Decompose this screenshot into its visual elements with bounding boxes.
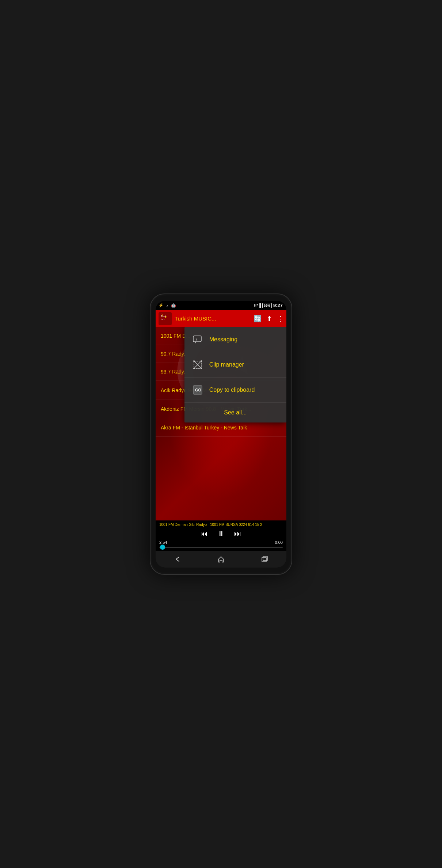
progress-bar[interactable] [159, 547, 283, 548]
pause-button[interactable]: ⏸ [217, 530, 225, 538]
menu-item-clip-manager[interactable]: Clip manager [184, 352, 286, 378]
see-all-label: See all... [224, 409, 247, 416]
menu-item-copy-to-clipboard[interactable]: GO Copy to clipboard [184, 378, 286, 403]
messaging-icon: :) [192, 334, 203, 345]
next-button[interactable]: ⏭ [234, 530, 241, 538]
status-left-icons: ⚡ ♪ 🤖 [159, 303, 176, 308]
svg-point-17 [201, 368, 202, 369]
time-display: 9:27 [273, 303, 283, 308]
svg-text::): :) [194, 337, 197, 341]
svg-rect-20 [262, 557, 266, 562]
svg-text:ish: ish [161, 318, 164, 321]
svg-text:★: ★ [164, 315, 167, 319]
svg-marker-10 [195, 342, 196, 344]
svg-point-14 [193, 360, 195, 362]
usb-icon: ⚡ [159, 303, 164, 308]
svg-point-16 [193, 368, 195, 369]
svg-text:☽: ☽ [160, 313, 163, 317]
refresh-button[interactable]: 🔄 [254, 315, 262, 323]
app-logo-svg: Turk ish ☽ ★ [159, 313, 171, 325]
app-bar: Turk ish ☽ ★ Turkish MUSIC... 🔄 ⬆ ⋮ [156, 310, 286, 327]
nav-bar [156, 551, 286, 568]
back-button[interactable] [168, 553, 187, 566]
app-title: Turkish MUSIC... [175, 315, 251, 322]
battery-icon: 92% [262, 303, 272, 308]
menu-item-messaging[interactable]: :) Messaging [184, 327, 286, 352]
phone-screen: ⚡ ♪ 🤖 H⁺▐ 92% 9:27 Turk ish ☽ ★ [156, 301, 286, 568]
phone-device: ⚡ ♪ 🤖 H⁺▐ 92% 9:27 Turk ish ☽ ★ [150, 293, 292, 575]
now-playing-text: 1001 FM Derman Gibi Radyo - 1001 FM BURS… [156, 520, 286, 527]
copy-to-clipboard-icon: GO [192, 384, 203, 396]
player-time-row: 2:54 0:00 [156, 540, 286, 546]
time-remaining: 0:00 [275, 540, 283, 545]
player-controls: ⏮ ⏸ ⏭ [156, 527, 286, 540]
more-options-button[interactable]: ⋮ [277, 315, 283, 323]
share-button[interactable]: ⬆ [267, 315, 272, 323]
signal-icon: H⁺▐ [254, 303, 261, 307]
app-bar-actions: 🔄 ⬆ ⋮ [254, 315, 283, 323]
status-bar: ⚡ ♪ 🤖 H⁺▐ 92% 9:27 [156, 301, 286, 310]
recents-button[interactable] [255, 553, 274, 566]
svg-point-15 [201, 360, 202, 362]
clip-manager-label: Clip manager [209, 361, 244, 368]
player-bar: 1001 FM Derman Gibi Radyo - 1001 FM BURS… [156, 520, 286, 551]
status-right-info: H⁺▐ 92% 9:27 [254, 303, 283, 308]
messaging-label: Messaging [209, 336, 237, 343]
clip-manager-icon [192, 359, 203, 371]
svg-text:GO: GO [195, 388, 202, 392]
copy-to-clipboard-label: Copy to clipboard [209, 387, 255, 393]
android-icon: 🤖 [171, 303, 176, 308]
menu-item-see-all[interactable]: See all... [184, 403, 286, 422]
home-button[interactable] [212, 553, 230, 566]
progress-row[interactable] [156, 546, 286, 551]
share-dropdown-menu: :) Messaging [184, 327, 286, 422]
main-content: 1001 FM D... 90.7 Rady... 93.7 Rady... A… [156, 327, 286, 520]
app-icon: Turk ish ☽ ★ [159, 312, 172, 325]
progress-dot[interactable] [160, 545, 165, 550]
music-icon: ♪ [166, 303, 168, 308]
prev-button[interactable]: ⏮ [201, 530, 208, 538]
time-elapsed: 2:54 [159, 540, 167, 545]
svg-rect-21 [263, 556, 267, 561]
